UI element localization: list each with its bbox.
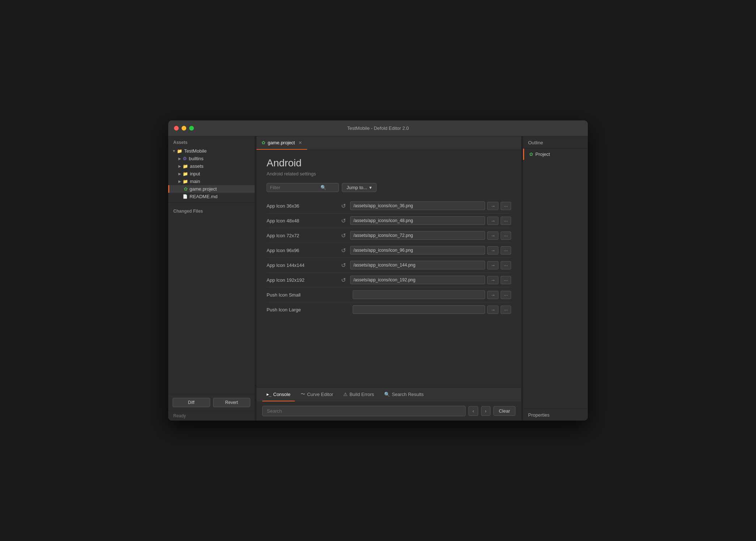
navigate-button[interactable]: → xyxy=(487,246,498,255)
tab-search-results[interactable]: 🔍 Search Results xyxy=(380,388,428,401)
diff-button[interactable]: Diff xyxy=(173,398,210,407)
navigate-button[interactable]: → xyxy=(487,306,498,314)
tab-build-errors[interactable]: ⚠ Build Errors xyxy=(339,388,378,401)
reset-button[interactable]: ↺ xyxy=(339,202,348,210)
reset-button[interactable]: ↺ xyxy=(339,261,348,269)
search-input[interactable] xyxy=(262,406,466,416)
settings-row: Push Icon Small→··· xyxy=(267,287,511,302)
navigate-button[interactable]: → xyxy=(487,291,498,299)
chevron-down-icon: ▾ xyxy=(369,185,372,190)
settings-label: App Icon 96x96 xyxy=(267,248,339,253)
outline-header: Outline xyxy=(523,136,588,149)
tree-item-label: game.project xyxy=(190,186,217,192)
settings-row: App Icon 192x192↺→··· xyxy=(267,273,511,287)
minimize-button[interactable] xyxy=(182,126,186,131)
settings-label: App Icon 144x144 xyxy=(267,263,339,268)
settings-controls: →··· xyxy=(339,290,511,299)
settings-controls: →··· xyxy=(339,305,511,314)
navigate-button[interactable]: → xyxy=(487,202,498,210)
tree-item-label: builtins xyxy=(189,156,203,161)
sidebar: Assets ▼ 📁 TestMobile ▶ ⚙ builtins ▶ 📁 a… xyxy=(168,136,255,421)
file-path-input[interactable] xyxy=(350,261,485,269)
settings-label: App Icon 72x72 xyxy=(267,233,339,238)
tree-item-label: TestMobile xyxy=(184,148,207,154)
browse-button[interactable]: ··· xyxy=(501,217,511,225)
browse-button[interactable]: ··· xyxy=(501,276,511,284)
file-path-input[interactable] xyxy=(350,246,485,255)
navigate-button[interactable]: → xyxy=(487,261,498,269)
tree-item-builtins[interactable]: ▶ ⚙ builtins xyxy=(168,155,255,162)
settings-controls: ↺→··· xyxy=(339,201,511,210)
tree-arrow: ▶ xyxy=(177,157,183,161)
reset-button[interactable]: ↺ xyxy=(339,217,348,225)
filter-input[interactable] xyxy=(270,185,320,190)
tab-curve-editor[interactable]: 〜 Curve Editor xyxy=(296,388,337,401)
jump-to-button[interactable]: Jump to... ▾ xyxy=(342,183,377,192)
reset-button[interactable]: ↺ xyxy=(339,246,348,255)
tab-label: Curve Editor xyxy=(307,392,333,397)
close-button[interactable] xyxy=(174,126,179,131)
settings-row: App Icon 96x96↺→··· xyxy=(267,243,511,258)
file-path-input[interactable] xyxy=(350,216,485,225)
content-panel: Android Android related settings 🔍 Jump … xyxy=(256,150,521,387)
browse-button[interactable]: ··· xyxy=(501,261,511,269)
reset-button[interactable]: ↺ xyxy=(339,276,348,284)
tree-item-label: input xyxy=(190,171,200,176)
reset-button[interactable]: ↺ xyxy=(339,231,348,240)
tab-label: game.project xyxy=(268,140,295,145)
revert-button[interactable]: Revert xyxy=(213,398,251,407)
tab-label: Search Results xyxy=(392,392,424,397)
browse-button[interactable]: ··· xyxy=(501,291,511,299)
tab-bar: ✿ game.project ✕ xyxy=(256,136,521,150)
tab-game-project[interactable]: ✿ game.project ✕ xyxy=(256,136,307,150)
browse-button[interactable]: ··· xyxy=(501,231,511,240)
tree-item-assets[interactable]: ▶ 📁 assets xyxy=(168,162,255,170)
filter-row: 🔍 Jump to... ▾ xyxy=(267,183,511,192)
search-icon: 🔍 xyxy=(384,392,390,397)
settings-row: App Icon 36x36↺→··· xyxy=(267,199,511,213)
file-path-input[interactable] xyxy=(350,276,485,284)
next-button[interactable]: › xyxy=(481,406,490,416)
tree-item-label: README.md xyxy=(190,194,217,199)
tree-item-readme[interactable]: 📄 README.md xyxy=(168,193,255,200)
curve-icon: 〜 xyxy=(301,391,305,397)
clear-button[interactable]: Clear xyxy=(493,406,515,416)
settings-label: Push Icon Large xyxy=(267,307,339,312)
browse-button[interactable]: ··· xyxy=(501,246,511,255)
titlebar: TestMobile - Defold Editor 2.0 xyxy=(168,120,588,136)
navigate-button[interactable]: → xyxy=(487,276,498,284)
tab-close-button[interactable]: ✕ xyxy=(298,140,302,145)
settings-controls: ↺→··· xyxy=(339,216,511,225)
changed-files-content xyxy=(168,216,255,394)
main-content: Assets ▼ 📁 TestMobile ▶ ⚙ builtins ▶ 📁 a… xyxy=(168,136,588,421)
project-item[interactable]: ✿ Project xyxy=(523,149,588,160)
tree-item-label: assets xyxy=(190,163,204,169)
jump-to-label: Jump to... xyxy=(347,185,367,190)
tree-item-game-project[interactable]: ✿ game.project xyxy=(168,185,255,193)
prev-button[interactable]: ‹ xyxy=(468,406,478,416)
browse-button[interactable]: ··· xyxy=(501,202,511,210)
file-path-input[interactable] xyxy=(353,305,485,314)
maximize-button[interactable] xyxy=(189,126,194,131)
browse-button[interactable]: ··· xyxy=(501,306,511,314)
sidebar-bottom-buttons: Diff Revert xyxy=(168,394,255,411)
tab-label: Console xyxy=(273,392,290,397)
tab-gear-icon: ✿ xyxy=(262,140,266,145)
tree-item-main[interactable]: ▶ 📁 main xyxy=(168,178,255,185)
bottom-tab-bar: ▶_ Console 〜 Curve Editor ⚠ Build Errors xyxy=(256,388,521,401)
project-item-label: Project xyxy=(535,152,550,157)
search-icon: 🔍 xyxy=(320,185,326,190)
folder-icon: 📁 xyxy=(183,171,188,176)
navigate-button[interactable]: → xyxy=(487,217,498,225)
file-path-input[interactable] xyxy=(350,231,485,240)
file-path-input[interactable] xyxy=(353,290,485,299)
file-path-input[interactable] xyxy=(350,201,485,210)
tree-item-testmobile[interactable]: ▼ 📁 TestMobile xyxy=(168,147,255,155)
navigate-button[interactable]: → xyxy=(487,231,498,240)
settings-row: Push Icon Large→··· xyxy=(267,302,511,317)
folder-icon: 📁 xyxy=(183,164,188,169)
tab-console[interactable]: ▶_ Console xyxy=(262,388,295,401)
filter-input-wrap[interactable]: 🔍 xyxy=(267,183,339,192)
assets-header: Assets xyxy=(168,136,255,147)
tree-item-input[interactable]: ▶ 📁 input xyxy=(168,170,255,178)
